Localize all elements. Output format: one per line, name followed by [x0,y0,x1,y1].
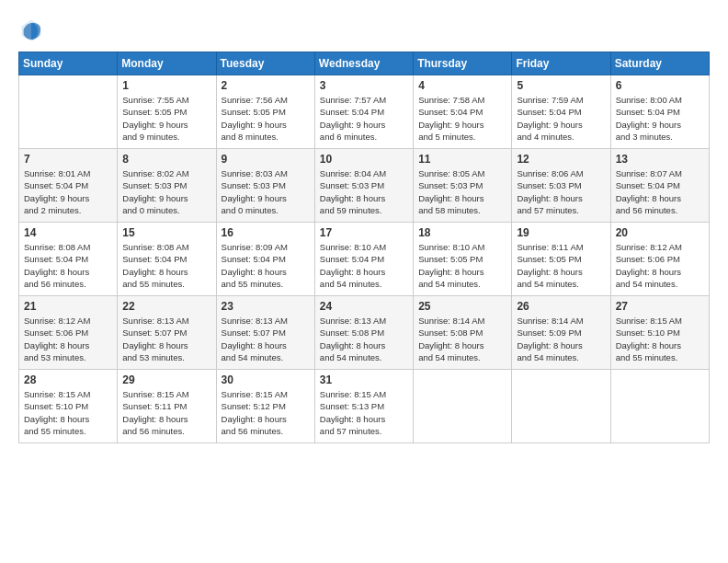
day-info: Sunrise: 8:15 AM Sunset: 5:10 PM Dayligh… [616,315,704,363]
week-row-1: 1Sunrise: 7:55 AM Sunset: 5:05 PM Daylig… [19,75,710,149]
day-info: Sunrise: 8:10 AM Sunset: 5:05 PM Dayligh… [418,241,506,290]
day-info: Sunrise: 8:11 AM Sunset: 5:05 PM Dayligh… [517,241,605,290]
day-number: 4 [418,79,506,92]
day-number: 6 [616,79,704,92]
day-cell: 26Sunrise: 8:14 AM Sunset: 5:09 PM Dayli… [512,296,610,370]
day-cell: 24Sunrise: 8:13 AM Sunset: 5:08 PM Dayli… [314,296,413,370]
day-cell [512,370,610,443]
week-row-4: 21Sunrise: 8:12 AM Sunset: 5:06 PM Dayli… [19,296,710,370]
day-cell: 20Sunrise: 8:12 AM Sunset: 5:06 PM Dayli… [610,223,709,296]
day-info: Sunrise: 8:12 AM Sunset: 5:06 PM Dayligh… [24,315,112,363]
day-cell: 8Sunrise: 8:02 AM Sunset: 5:03 PM Daylig… [118,149,216,223]
day-cell: 23Sunrise: 8:13 AM Sunset: 5:07 PM Dayli… [216,296,314,370]
day-number: 29 [122,373,210,386]
day-number: 23 [222,300,310,313]
day-info: Sunrise: 8:10 AM Sunset: 5:04 PM Dayligh… [320,241,408,290]
day-info: Sunrise: 8:01 AM Sunset: 5:04 PM Dayligh… [24,167,112,216]
logo-icon [18,17,44,42]
day-info: Sunrise: 7:55 AM Sunset: 5:05 PM Dayligh… [122,94,210,143]
day-number: 3 [320,79,408,92]
day-number: 12 [517,153,605,166]
day-info: Sunrise: 8:13 AM Sunset: 5:07 PM Dayligh… [122,315,210,363]
day-number: 20 [616,226,704,239]
day-cell: 12Sunrise: 8:06 AM Sunset: 5:03 PM Dayli… [512,149,610,223]
day-number: 31 [320,373,408,386]
day-number: 14 [24,226,112,239]
day-header-monday: Monday [118,52,216,75]
day-cell: 28Sunrise: 8:15 AM Sunset: 5:10 PM Dayli… [19,370,118,443]
day-number: 16 [222,226,310,239]
day-number: 30 [222,373,310,386]
day-number: 11 [418,153,506,166]
day-number: 22 [122,300,210,313]
day-number: 1 [122,79,210,92]
day-cell: 17Sunrise: 8:10 AM Sunset: 5:04 PM Dayli… [314,223,413,296]
day-cell: 19Sunrise: 8:11 AM Sunset: 5:05 PM Dayli… [512,223,610,296]
day-cell: 14Sunrise: 8:08 AM Sunset: 5:04 PM Dayli… [19,223,118,296]
day-info: Sunrise: 7:57 AM Sunset: 5:04 PM Dayligh… [320,94,408,143]
header [18,17,710,42]
day-header-thursday: Thursday [414,52,512,75]
day-header-tuesday: Tuesday [216,52,314,75]
day-header-friday: Friday [512,52,610,75]
day-info: Sunrise: 8:15 AM Sunset: 5:13 PM Dayligh… [320,388,408,437]
day-info: Sunrise: 8:12 AM Sunset: 5:06 PM Dayligh… [616,241,704,290]
day-number: 10 [320,153,408,166]
page-container: SundayMondayTuesdayWednesdayThursdayFrid… [0,0,728,453]
day-cell: 18Sunrise: 8:10 AM Sunset: 5:05 PM Dayli… [414,223,512,296]
day-cell: 31Sunrise: 8:15 AM Sunset: 5:13 PM Dayli… [314,370,413,443]
day-number: 26 [517,300,605,313]
day-cell: 16Sunrise: 8:09 AM Sunset: 5:04 PM Dayli… [216,223,314,296]
day-number: 7 [24,153,112,166]
day-info: Sunrise: 8:15 AM Sunset: 5:10 PM Dayligh… [24,388,112,437]
day-cell: 4Sunrise: 7:58 AM Sunset: 5:04 PM Daylig… [414,75,512,149]
day-info: Sunrise: 8:15 AM Sunset: 5:11 PM Dayligh… [122,388,210,437]
day-cell: 13Sunrise: 8:07 AM Sunset: 5:04 PM Dayli… [610,149,709,223]
day-info: Sunrise: 7:58 AM Sunset: 5:04 PM Dayligh… [418,94,506,143]
day-info: Sunrise: 8:02 AM Sunset: 5:03 PM Dayligh… [122,167,210,216]
day-info: Sunrise: 8:05 AM Sunset: 5:03 PM Dayligh… [418,167,506,216]
day-cell: 1Sunrise: 7:55 AM Sunset: 5:05 PM Daylig… [118,75,216,149]
day-info: Sunrise: 8:09 AM Sunset: 5:04 PM Dayligh… [222,241,310,290]
day-cell: 5Sunrise: 7:59 AM Sunset: 5:04 PM Daylig… [512,75,610,149]
day-info: Sunrise: 8:07 AM Sunset: 5:04 PM Dayligh… [616,167,704,216]
day-info: Sunrise: 8:14 AM Sunset: 5:08 PM Dayligh… [418,315,506,363]
day-cell: 3Sunrise: 7:57 AM Sunset: 5:04 PM Daylig… [314,75,413,149]
day-info: Sunrise: 8:08 AM Sunset: 5:04 PM Dayligh… [122,241,210,290]
day-cell: 2Sunrise: 7:56 AM Sunset: 5:05 PM Daylig… [216,75,314,149]
day-cell: 29Sunrise: 8:15 AM Sunset: 5:11 PM Dayli… [118,370,216,443]
day-number: 18 [418,226,506,239]
day-header-saturday: Saturday [610,52,709,75]
day-number: 13 [616,153,704,166]
day-info: Sunrise: 8:03 AM Sunset: 5:03 PM Dayligh… [222,167,310,216]
day-number: 21 [24,300,112,313]
week-row-3: 14Sunrise: 8:08 AM Sunset: 5:04 PM Dayli… [19,223,710,296]
day-cell: 27Sunrise: 8:15 AM Sunset: 5:10 PM Dayli… [610,296,709,370]
day-cell: 9Sunrise: 8:03 AM Sunset: 5:03 PM Daylig… [216,149,314,223]
day-info: Sunrise: 8:14 AM Sunset: 5:09 PM Dayligh… [517,315,605,363]
week-row-5: 28Sunrise: 8:15 AM Sunset: 5:10 PM Dayli… [19,370,710,443]
day-info: Sunrise: 8:08 AM Sunset: 5:04 PM Dayligh… [24,241,112,290]
day-cell [19,75,118,149]
day-number: 25 [418,300,506,313]
day-info: Sunrise: 8:00 AM Sunset: 5:04 PM Dayligh… [616,94,704,143]
day-cell: 10Sunrise: 8:04 AM Sunset: 5:03 PM Dayli… [314,149,413,223]
day-cell: 30Sunrise: 8:15 AM Sunset: 5:12 PM Dayli… [216,370,314,443]
day-cell: 25Sunrise: 8:14 AM Sunset: 5:08 PM Dayli… [414,296,512,370]
day-number: 28 [24,373,112,386]
calendar-table: SundayMondayTuesdayWednesdayThursdayFrid… [18,52,710,443]
day-cell [610,370,709,443]
day-number: 15 [122,226,210,239]
day-header-sunday: Sunday [19,52,118,75]
day-info: Sunrise: 7:59 AM Sunset: 5:04 PM Dayligh… [517,94,605,143]
day-info: Sunrise: 8:13 AM Sunset: 5:07 PM Dayligh… [222,315,310,363]
day-cell [414,370,512,443]
day-cell: 15Sunrise: 8:08 AM Sunset: 5:04 PM Dayli… [118,223,216,296]
header-row: SundayMondayTuesdayWednesdayThursdayFrid… [19,52,710,75]
logo [18,17,46,42]
day-number: 5 [517,79,605,92]
day-number: 8 [122,153,210,166]
day-number: 24 [320,300,408,313]
day-cell: 11Sunrise: 8:05 AM Sunset: 5:03 PM Dayli… [414,149,512,223]
day-info: Sunrise: 8:04 AM Sunset: 5:03 PM Dayligh… [320,167,408,216]
